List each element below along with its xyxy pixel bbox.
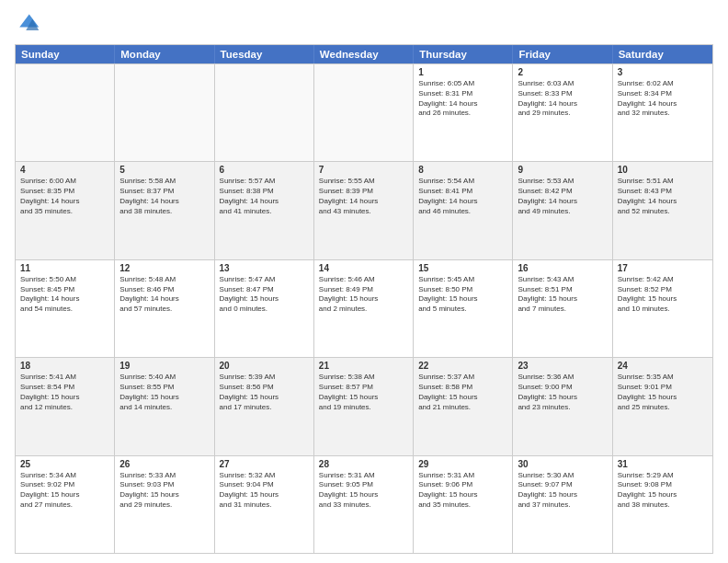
cell-info-text: Sunrise: 5:38 AM Sunset: 8:57 PM Dayligh… <box>319 373 408 412</box>
cell-info-text: Sunrise: 5:29 AM Sunset: 9:08 PM Dayligh… <box>618 471 708 511</box>
cal-cell-3-1: 19Sunrise: 5:40 AM Sunset: 8:55 PM Dayli… <box>115 358 214 454</box>
cell-info-text: Sunrise: 5:58 AM Sunset: 8:37 PM Dayligh… <box>119 177 209 216</box>
cal-cell-4-2: 27Sunrise: 5:32 AM Sunset: 9:04 PM Dayli… <box>215 456 314 553</box>
cal-cell-1-4: 8Sunrise: 5:54 AM Sunset: 8:41 PM Daylig… <box>414 162 513 259</box>
calendar-body: 1Sunrise: 6:05 AM Sunset: 8:31 PM Daylig… <box>16 63 712 553</box>
cell-day-number: 7 <box>319 165 408 175</box>
cell-day-number: 22 <box>418 361 507 371</box>
cell-info-text: Sunrise: 5:45 AM Sunset: 8:50 PM Dayligh… <box>418 275 507 315</box>
cell-info-text: Sunrise: 5:47 AM Sunset: 8:47 PM Dayligh… <box>220 275 309 315</box>
cal-week-1: 4Sunrise: 6:00 AM Sunset: 8:35 PM Daylig… <box>16 161 712 259</box>
cell-day-number: 28 <box>319 459 408 469</box>
cell-info-text: Sunrise: 5:32 AM Sunset: 9:04 PM Dayligh… <box>220 471 309 511</box>
cell-day-number: 23 <box>518 361 607 371</box>
cell-info-text: Sunrise: 5:40 AM Sunset: 8:55 PM Dayligh… <box>119 373 209 412</box>
cell-info-text: Sunrise: 5:31 AM Sunset: 9:05 PM Dayligh… <box>319 471 408 511</box>
cell-day-number: 26 <box>119 459 209 469</box>
cell-info-text: Sunrise: 6:02 AM Sunset: 8:34 PM Dayligh… <box>618 79 708 119</box>
cal-cell-3-3: 21Sunrise: 5:38 AM Sunset: 8:57 PM Dayli… <box>314 358 414 454</box>
cell-day-number: 20 <box>220 361 309 371</box>
cell-day-number: 29 <box>418 459 507 469</box>
col-header-tuesday: Tuesday <box>215 45 314 63</box>
cell-day-number: 13 <box>220 263 309 273</box>
cal-cell-0-4: 1Sunrise: 6:05 AM Sunset: 8:31 PM Daylig… <box>414 64 513 161</box>
col-header-saturday: Saturday <box>613 45 712 63</box>
cal-cell-3-0: 18Sunrise: 5:41 AM Sunset: 8:54 PM Dayli… <box>16 358 115 454</box>
cell-info-text: Sunrise: 6:03 AM Sunset: 8:33 PM Dayligh… <box>518 79 607 119</box>
cal-cell-4-1: 26Sunrise: 5:33 AM Sunset: 9:03 PM Dayli… <box>115 456 214 553</box>
cal-week-4: 25Sunrise: 5:34 AM Sunset: 9:02 PM Dayli… <box>16 455 712 553</box>
cal-cell-3-2: 20Sunrise: 5:39 AM Sunset: 8:56 PM Dayli… <box>215 358 314 454</box>
cal-cell-3-4: 22Sunrise: 5:37 AM Sunset: 8:58 PM Dayli… <box>414 358 513 454</box>
cal-cell-0-2 <box>215 64 314 161</box>
cell-info-text: Sunrise: 5:53 AM Sunset: 8:42 PM Dayligh… <box>518 177 607 216</box>
cell-info-text: Sunrise: 5:54 AM Sunset: 8:41 PM Dayligh… <box>418 177 507 216</box>
cal-cell-2-0: 11Sunrise: 5:50 AM Sunset: 8:45 PM Dayli… <box>16 260 115 357</box>
cal-week-3: 18Sunrise: 5:41 AM Sunset: 8:54 PM Dayli… <box>16 357 712 454</box>
cell-info-text: Sunrise: 5:50 AM Sunset: 8:45 PM Dayligh… <box>20 275 109 315</box>
cell-info-text: Sunrise: 5:35 AM Sunset: 9:01 PM Dayligh… <box>618 373 708 412</box>
logo <box>15 11 44 37</box>
cal-cell-4-6: 31Sunrise: 5:29 AM Sunset: 9:08 PM Dayli… <box>613 456 712 553</box>
cal-week-0: 1Sunrise: 6:05 AM Sunset: 8:31 PM Daylig… <box>16 63 712 161</box>
cell-info-text: Sunrise: 6:05 AM Sunset: 8:31 PM Dayligh… <box>418 79 507 119</box>
cell-day-number: 21 <box>319 361 408 371</box>
col-header-wednesday: Wednesday <box>314 45 414 63</box>
logo-icon <box>15 11 40 37</box>
cal-cell-1-3: 7Sunrise: 5:55 AM Sunset: 8:39 PM Daylig… <box>314 162 414 259</box>
cell-day-number: 11 <box>20 263 109 273</box>
cell-info-text: Sunrise: 5:31 AM Sunset: 9:06 PM Dayligh… <box>418 471 507 511</box>
cell-day-number: 3 <box>618 67 708 77</box>
cell-day-number: 30 <box>518 459 607 469</box>
cal-cell-2-3: 14Sunrise: 5:46 AM Sunset: 8:49 PM Dayli… <box>314 260 414 357</box>
cal-cell-4-0: 25Sunrise: 5:34 AM Sunset: 9:02 PM Dayli… <box>16 456 115 553</box>
col-header-sunday: Sunday <box>16 45 115 63</box>
cal-cell-0-0 <box>16 64 115 161</box>
cell-info-text: Sunrise: 5:57 AM Sunset: 8:38 PM Dayligh… <box>220 177 309 216</box>
cal-cell-2-4: 15Sunrise: 5:45 AM Sunset: 8:50 PM Dayli… <box>414 260 513 357</box>
cell-info-text: Sunrise: 5:33 AM Sunset: 9:03 PM Dayligh… <box>119 471 209 511</box>
cal-cell-0-6: 3Sunrise: 6:02 AM Sunset: 8:34 PM Daylig… <box>613 64 712 161</box>
cell-day-number: 31 <box>618 459 708 469</box>
cell-day-number: 24 <box>618 361 708 371</box>
cell-info-text: Sunrise: 5:55 AM Sunset: 8:39 PM Dayligh… <box>319 177 408 216</box>
cal-cell-1-6: 10Sunrise: 5:51 AM Sunset: 8:43 PM Dayli… <box>613 162 712 259</box>
cal-cell-2-5: 16Sunrise: 5:43 AM Sunset: 8:51 PM Dayli… <box>513 260 612 357</box>
cal-cell-0-5: 2Sunrise: 6:03 AM Sunset: 8:33 PM Daylig… <box>513 64 612 161</box>
cell-day-number: 17 <box>618 263 708 273</box>
cal-cell-4-4: 29Sunrise: 5:31 AM Sunset: 9:06 PM Dayli… <box>414 456 513 553</box>
cell-info-text: Sunrise: 5:46 AM Sunset: 8:49 PM Dayligh… <box>319 275 408 315</box>
cal-cell-1-1: 5Sunrise: 5:58 AM Sunset: 8:37 PM Daylig… <box>115 162 214 259</box>
cell-day-number: 1 <box>418 67 507 77</box>
cell-day-number: 27 <box>220 459 309 469</box>
cell-day-number: 14 <box>319 263 408 273</box>
cal-cell-3-5: 23Sunrise: 5:36 AM Sunset: 9:00 PM Dayli… <box>513 358 612 454</box>
col-header-thursday: Thursday <box>414 45 513 63</box>
calendar-header-row: SundayMondayTuesdayWednesdayThursdayFrid… <box>16 45 712 63</box>
cal-cell-1-0: 4Sunrise: 6:00 AM Sunset: 8:35 PM Daylig… <box>16 162 115 259</box>
cell-day-number: 6 <box>220 165 309 175</box>
cell-info-text: Sunrise: 5:43 AM Sunset: 8:51 PM Dayligh… <box>518 275 607 315</box>
cell-day-number: 16 <box>518 263 607 273</box>
cell-day-number: 4 <box>20 165 109 175</box>
cal-cell-2-1: 12Sunrise: 5:48 AM Sunset: 8:46 PM Dayli… <box>115 260 214 357</box>
cell-info-text: Sunrise: 5:37 AM Sunset: 8:58 PM Dayligh… <box>418 373 507 412</box>
cell-day-number: 18 <box>20 361 109 371</box>
cell-info-text: Sunrise: 5:42 AM Sunset: 8:52 PM Dayligh… <box>618 275 708 315</box>
cal-cell-3-6: 24Sunrise: 5:35 AM Sunset: 9:01 PM Dayli… <box>613 358 712 454</box>
cal-cell-1-5: 9Sunrise: 5:53 AM Sunset: 8:42 PM Daylig… <box>513 162 612 259</box>
cell-day-number: 8 <box>418 165 507 175</box>
cal-cell-0-1 <box>115 64 214 161</box>
header <box>15 11 713 37</box>
col-header-monday: Monday <box>115 45 214 63</box>
cal-cell-2-2: 13Sunrise: 5:47 AM Sunset: 8:47 PM Dayli… <box>215 260 314 357</box>
cell-day-number: 12 <box>119 263 209 273</box>
cell-day-number: 10 <box>618 165 708 175</box>
cell-day-number: 15 <box>418 263 507 273</box>
cell-info-text: Sunrise: 5:51 AM Sunset: 8:43 PM Dayligh… <box>618 177 708 216</box>
col-header-friday: Friday <box>513 45 612 63</box>
cal-cell-2-6: 17Sunrise: 5:42 AM Sunset: 8:52 PM Dayli… <box>613 260 712 357</box>
cell-day-number: 5 <box>119 165 209 175</box>
cell-day-number: 25 <box>20 459 109 469</box>
cell-info-text: Sunrise: 6:00 AM Sunset: 8:35 PM Dayligh… <box>20 177 109 216</box>
